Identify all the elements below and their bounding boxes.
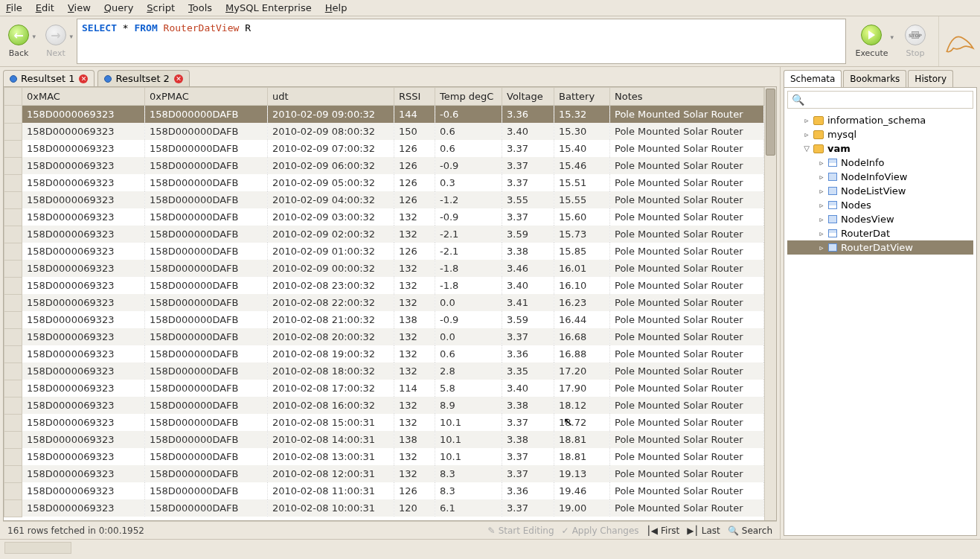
row-header[interactable] bbox=[4, 431, 22, 448]
table-row[interactable]: 158D0000069323158D000000DAFB2010-02-08 2… bbox=[4, 311, 764, 328]
table-row[interactable]: 158D0000069323158D000000DAFB2010-02-08 1… bbox=[4, 482, 764, 499]
cell[interactable]: 158D0000069323 bbox=[22, 380, 145, 397]
cell[interactable]: 132 bbox=[394, 414, 435, 431]
cell[interactable]: -1.8 bbox=[435, 260, 502, 277]
cell[interactable]: 6.1 bbox=[435, 499, 502, 517]
cell[interactable]: 3.37 bbox=[502, 208, 554, 226]
cell[interactable]: 132 bbox=[394, 328, 435, 345]
cell[interactable]: 158D000000DAFB bbox=[145, 362, 268, 380]
cell[interactable]: 16.44 bbox=[554, 311, 610, 328]
cell[interactable]: 3.38 bbox=[502, 243, 554, 260]
resultset-tab-1[interactable]: Resultset 1 ✕ bbox=[3, 70, 95, 86]
vertical-scrollbar[interactable] bbox=[764, 87, 776, 520]
cell[interactable]: 132 bbox=[394, 277, 435, 294]
close-icon[interactable]: ✕ bbox=[79, 74, 88, 83]
cell[interactable]: 2010-02-08 18:00:32 bbox=[268, 362, 394, 380]
menu-file[interactable]: File bbox=[6, 2, 22, 13]
cell[interactable]: 3.35 bbox=[502, 362, 554, 380]
cell[interactable]: 2010-02-09 06:00:32 bbox=[268, 157, 394, 174]
cell[interactable]: 3.36 bbox=[502, 482, 554, 499]
cell[interactable]: 19.46 bbox=[554, 482, 610, 499]
cell[interactable]: 158D000000DAFB bbox=[145, 397, 268, 414]
cell[interactable]: 158D000000DAFB bbox=[145, 123, 268, 140]
result-grid[interactable]: 0xMAC0xPMACudtRSSITemp degCVoltageBatter… bbox=[4, 87, 764, 520]
cell[interactable]: 158D000000DAFB bbox=[145, 277, 268, 294]
cell[interactable]: 16.68 bbox=[554, 328, 610, 345]
cell[interactable]: 8.9 bbox=[435, 397, 502, 414]
table-row[interactable]: 158D0000069323158D000000DAFB2010-02-08 1… bbox=[4, 414, 764, 431]
cell[interactable]: 138 bbox=[394, 311, 435, 328]
cell[interactable]: 158D0000069323 bbox=[22, 311, 145, 328]
cell[interactable]: 2010-02-09 08:00:32 bbox=[268, 123, 394, 140]
column-header[interactable]: udt bbox=[268, 88, 394, 106]
cell[interactable]: 16.10 bbox=[554, 277, 610, 294]
table-row[interactable]: 158D0000069323158D000000DAFB2010-02-09 0… bbox=[4, 260, 764, 277]
cell[interactable]: 2010-02-09 05:00:32 bbox=[268, 174, 394, 191]
row-header[interactable] bbox=[4, 157, 22, 174]
table-row[interactable]: 158D0000069323158D000000DAFB2010-02-08 2… bbox=[4, 294, 764, 311]
cell[interactable]: 126 bbox=[394, 140, 435, 157]
cell[interactable]: 3.37 bbox=[502, 140, 554, 157]
column-header[interactable]: Voltage bbox=[502, 88, 554, 106]
tree-node-nodelistview[interactable]: ▹NodeListView bbox=[787, 184, 973, 198]
cell[interactable]: Pole Mounted Solar Router bbox=[610, 208, 764, 226]
cell[interactable]: 158D0000069323 bbox=[22, 123, 145, 140]
table-row[interactable]: 158D0000069323158D000000DAFB2010-02-09 0… bbox=[4, 123, 764, 140]
cell[interactable]: 3.36 bbox=[502, 106, 554, 124]
cell[interactable]: 3.40 bbox=[502, 277, 554, 294]
cell[interactable]: 15.30 bbox=[554, 123, 610, 140]
cell[interactable]: Pole Mounted Solar Router bbox=[610, 157, 764, 174]
apply-changes-button[interactable]: ✓Apply Changes bbox=[562, 526, 639, 536]
table-row[interactable]: 158D0000069323158D000000DAFB2010-02-09 0… bbox=[4, 174, 764, 191]
row-header[interactable] bbox=[4, 123, 22, 140]
next-button[interactable]: → Next ▾ bbox=[37, 16, 74, 66]
cell[interactable]: 158D0000069323 bbox=[22, 345, 145, 362]
column-header[interactable]: Notes bbox=[610, 88, 764, 106]
row-header[interactable] bbox=[4, 294, 22, 311]
table-row[interactable]: 158D0000069323158D000000DAFB2010-02-09 0… bbox=[4, 208, 764, 226]
tree-node-mysql[interactable]: ▹mysql bbox=[787, 127, 973, 141]
cell[interactable]: 2010-02-08 22:00:32 bbox=[268, 294, 394, 311]
cell[interactable]: 126 bbox=[394, 243, 435, 260]
table-row[interactable]: 158D0000069323158D000000DAFB2010-02-09 0… bbox=[4, 157, 764, 174]
cell[interactable]: -0.6 bbox=[435, 106, 502, 124]
column-header[interactable]: Temp degC bbox=[435, 88, 502, 106]
table-row[interactable]: 158D0000069323158D000000DAFB2010-02-08 2… bbox=[4, 277, 764, 294]
cell[interactable]: 15.51 bbox=[554, 174, 610, 191]
tree-node-nodes[interactable]: ▹Nodes bbox=[787, 198, 973, 212]
cell[interactable]: -1.8 bbox=[435, 277, 502, 294]
table-row[interactable]: 158D0000069323158D000000DAFB2010-02-08 2… bbox=[4, 328, 764, 345]
cell[interactable]: 158D000000DAFB bbox=[145, 294, 268, 311]
menu-mysql-enterprise[interactable]: MySQL Enterprise bbox=[225, 2, 312, 13]
cell[interactable]: 158D0000069323 bbox=[22, 157, 145, 174]
cell[interactable]: 2010-02-08 19:00:32 bbox=[268, 345, 394, 362]
cell[interactable]: 150 bbox=[394, 123, 435, 140]
cell[interactable]: -0.9 bbox=[435, 311, 502, 328]
cell[interactable]: 158D0000069323 bbox=[22, 465, 145, 482]
cell[interactable]: 158D0000069323 bbox=[22, 294, 145, 311]
cell[interactable]: 17.20 bbox=[554, 362, 610, 380]
cell[interactable]: 158D000000DAFB bbox=[145, 157, 268, 174]
cell[interactable]: 158D0000069323 bbox=[22, 482, 145, 499]
cell[interactable]: 158D0000069323 bbox=[22, 260, 145, 277]
cell[interactable]: 3.37 bbox=[502, 328, 554, 345]
cell[interactable]: 158D000000DAFB bbox=[145, 106, 268, 124]
column-header[interactable]: 0xMAC bbox=[22, 88, 145, 106]
cell[interactable]: 132 bbox=[394, 208, 435, 226]
cell[interactable]: 158D0000069323 bbox=[22, 397, 145, 414]
dropdown-caret-icon[interactable]: ▾ bbox=[32, 33, 36, 40]
cell[interactable]: 2010-02-09 04:00:32 bbox=[268, 191, 394, 208]
row-header[interactable] bbox=[4, 208, 22, 226]
row-header[interactable] bbox=[4, 499, 22, 517]
row-header[interactable] bbox=[4, 191, 22, 208]
cell[interactable]: 120 bbox=[394, 499, 435, 517]
cell[interactable]: 2010-02-08 11:00:31 bbox=[268, 482, 394, 499]
cell[interactable]: 126 bbox=[394, 157, 435, 174]
menu-view[interactable]: View bbox=[68, 2, 91, 13]
row-header[interactable] bbox=[4, 140, 22, 157]
table-row[interactable]: 158D0000069323158D000000DAFB2010-02-08 1… bbox=[4, 448, 764, 465]
cell[interactable]: 16.23 bbox=[554, 294, 610, 311]
cell[interactable]: Pole Mounted Solar Router bbox=[610, 482, 764, 499]
tab-bookmarks[interactable]: Bookmarks bbox=[843, 70, 906, 87]
cell[interactable]: 18.72 bbox=[554, 414, 610, 431]
